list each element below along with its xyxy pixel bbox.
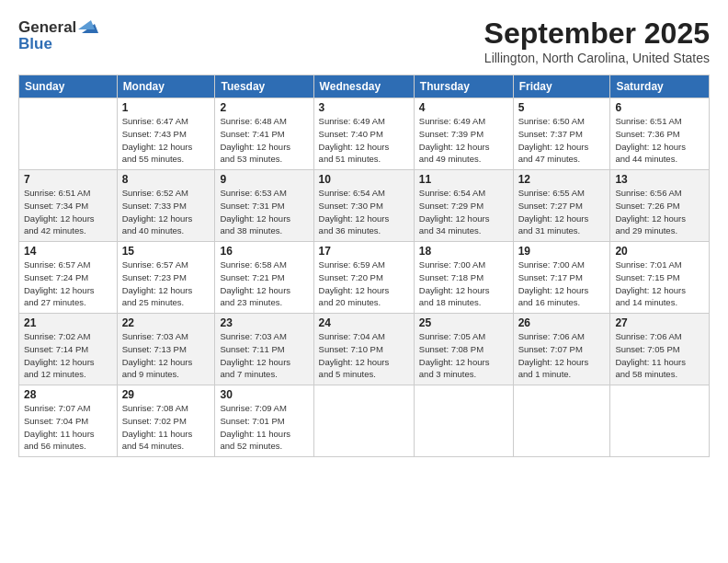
calendar-cell: 18Sunrise: 7:00 AM Sunset: 7:18 PM Dayli… (414, 242, 513, 314)
day-number: 27 (615, 316, 704, 329)
day-number: 12 (518, 173, 606, 186)
calendar-cell: 13Sunrise: 6:56 AM Sunset: 7:26 PM Dayli… (610, 170, 710, 242)
calendar-cell: 20Sunrise: 7:01 AM Sunset: 7:15 PM Dayli… (610, 242, 710, 314)
day-number: 28 (24, 388, 112, 401)
day-info: Sunrise: 6:51 AM Sunset: 7:36 PM Dayligh… (615, 115, 704, 166)
calendar-cell: 23Sunrise: 7:03 AM Sunset: 7:11 PM Dayli… (215, 314, 313, 385)
day-number: 26 (518, 316, 606, 329)
calendar-cell: 7Sunrise: 6:51 AM Sunset: 7:34 PM Daylig… (19, 170, 118, 242)
calendar-cell: 22Sunrise: 7:03 AM Sunset: 7:13 PM Dayli… (117, 314, 215, 385)
title-block: September 2025 Lillington, North Carolin… (484, 17, 710, 65)
calendar-cell: 11Sunrise: 6:54 AM Sunset: 7:29 PM Dayli… (414, 170, 513, 242)
location: Lillington, North Carolina, United State… (484, 51, 710, 65)
calendar-cell: 17Sunrise: 6:59 AM Sunset: 7:20 PM Dayli… (313, 242, 414, 314)
calendar-cell: 19Sunrise: 7:00 AM Sunset: 7:17 PM Dayli… (513, 242, 610, 314)
col-header-saturday: Saturday (610, 75, 710, 98)
day-info: Sunrise: 6:56 AM Sunset: 7:26 PM Dayligh… (615, 187, 704, 237)
day-info: Sunrise: 7:06 AM Sunset: 7:05 PM Dayligh… (615, 330, 704, 381)
day-info: Sunrise: 7:04 AM Sunset: 7:10 PM Dayligh… (319, 330, 409, 381)
day-number: 29 (122, 388, 210, 401)
calendar-cell (313, 385, 414, 457)
header: General Blue September 2025 Lillington, … (18, 17, 710, 65)
day-number: 15 (122, 245, 210, 258)
day-info: Sunrise: 6:53 AM Sunset: 7:31 PM Dayligh… (220, 187, 308, 237)
calendar-cell: 6Sunrise: 6:51 AM Sunset: 7:36 PM Daylig… (610, 98, 710, 170)
calendar-cell: 21Sunrise: 7:02 AM Sunset: 7:14 PM Dayli… (19, 314, 118, 385)
day-number: 4 (419, 101, 508, 114)
logo-blue: Blue (18, 35, 98, 53)
day-info: Sunrise: 6:55 AM Sunset: 7:27 PM Dayligh… (518, 187, 606, 237)
day-info: Sunrise: 6:49 AM Sunset: 7:39 PM Dayligh… (419, 115, 508, 166)
calendar-cell: 26Sunrise: 7:06 AM Sunset: 7:07 PM Dayli… (513, 314, 610, 385)
day-number: 14 (24, 245, 112, 258)
calendar-page: General Blue September 2025 Lillington, … (0, 0, 728, 563)
day-number: 21 (24, 316, 112, 329)
calendar-cell (19, 98, 118, 170)
day-info: Sunrise: 6:57 AM Sunset: 7:24 PM Dayligh… (24, 259, 112, 309)
day-info: Sunrise: 6:54 AM Sunset: 7:29 PM Dayligh… (419, 187, 508, 237)
day-info: Sunrise: 7:00 AM Sunset: 7:17 PM Dayligh… (518, 259, 606, 309)
day-info: Sunrise: 7:03 AM Sunset: 7:13 PM Dayligh… (122, 330, 210, 381)
calendar-cell: 28Sunrise: 7:07 AM Sunset: 7:04 PM Dayli… (19, 385, 118, 457)
calendar-cell: 3Sunrise: 6:49 AM Sunset: 7:40 PM Daylig… (313, 98, 414, 170)
col-header-thursday: Thursday (414, 75, 513, 98)
day-info: Sunrise: 6:52 AM Sunset: 7:33 PM Dayligh… (122, 187, 210, 237)
logo-icon (78, 17, 98, 37)
logo: General Blue (18, 17, 98, 53)
day-number: 6 (615, 101, 704, 114)
calendar-cell: 15Sunrise: 6:57 AM Sunset: 7:23 PM Dayli… (117, 242, 215, 314)
day-number: 17 (319, 245, 409, 258)
day-info: Sunrise: 7:00 AM Sunset: 7:18 PM Dayligh… (419, 259, 508, 309)
col-header-sunday: Sunday (19, 75, 118, 98)
day-number: 8 (122, 173, 210, 186)
day-number: 2 (220, 101, 308, 114)
col-header-monday: Monday (117, 75, 215, 98)
day-info: Sunrise: 6:57 AM Sunset: 7:23 PM Dayligh… (122, 259, 210, 309)
calendar-cell: 30Sunrise: 7:09 AM Sunset: 7:01 PM Dayli… (215, 385, 313, 457)
calendar-cell: 10Sunrise: 6:54 AM Sunset: 7:30 PM Dayli… (313, 170, 414, 242)
day-number: 23 (220, 316, 308, 329)
col-header-wednesday: Wednesday (313, 75, 414, 98)
day-number: 10 (319, 173, 409, 186)
day-info: Sunrise: 6:58 AM Sunset: 7:21 PM Dayligh… (220, 259, 308, 309)
day-number: 13 (615, 173, 704, 186)
day-number: 7 (24, 173, 112, 186)
day-info: Sunrise: 7:03 AM Sunset: 7:11 PM Dayligh… (220, 330, 308, 381)
day-info: Sunrise: 6:49 AM Sunset: 7:40 PM Dayligh… (319, 115, 409, 166)
month-title: September 2025 (484, 17, 710, 51)
calendar-cell (414, 385, 513, 457)
calendar-cell: 27Sunrise: 7:06 AM Sunset: 7:05 PM Dayli… (610, 314, 710, 385)
day-number: 9 (220, 173, 308, 186)
day-info: Sunrise: 6:59 AM Sunset: 7:20 PM Dayligh… (319, 259, 409, 309)
day-info: Sunrise: 7:05 AM Sunset: 7:08 PM Dayligh… (419, 330, 508, 381)
day-info: Sunrise: 6:48 AM Sunset: 7:41 PM Dayligh… (220, 115, 308, 166)
calendar-cell: 16Sunrise: 6:58 AM Sunset: 7:21 PM Dayli… (215, 242, 313, 314)
day-number: 18 (419, 245, 508, 258)
calendar-cell: 9Sunrise: 6:53 AM Sunset: 7:31 PM Daylig… (215, 170, 313, 242)
day-info: Sunrise: 7:09 AM Sunset: 7:01 PM Dayligh… (220, 402, 308, 453)
calendar-cell: 29Sunrise: 7:08 AM Sunset: 7:02 PM Dayli… (117, 385, 215, 457)
svg-marker-1 (78, 20, 95, 29)
day-info: Sunrise: 7:08 AM Sunset: 7:02 PM Dayligh… (122, 402, 210, 453)
day-number: 30 (220, 388, 308, 401)
day-info: Sunrise: 7:02 AM Sunset: 7:14 PM Dayligh… (24, 330, 112, 381)
day-info: Sunrise: 7:07 AM Sunset: 7:04 PM Dayligh… (24, 402, 112, 453)
day-number: 22 (122, 316, 210, 329)
day-info: Sunrise: 6:51 AM Sunset: 7:34 PM Dayligh… (24, 187, 112, 237)
calendar-cell: 14Sunrise: 6:57 AM Sunset: 7:24 PM Dayli… (19, 242, 118, 314)
calendar-table: SundayMondayTuesdayWednesdayThursdayFrid… (18, 75, 710, 457)
col-header-tuesday: Tuesday (215, 75, 313, 98)
day-info: Sunrise: 6:50 AM Sunset: 7:37 PM Dayligh… (518, 115, 606, 166)
day-number: 11 (419, 173, 508, 186)
col-header-friday: Friday (513, 75, 610, 98)
day-number: 24 (319, 316, 409, 329)
day-number: 16 (220, 245, 308, 258)
calendar-cell: 25Sunrise: 7:05 AM Sunset: 7:08 PM Dayli… (414, 314, 513, 385)
calendar-cell: 4Sunrise: 6:49 AM Sunset: 7:39 PM Daylig… (414, 98, 513, 170)
logo-general: General (18, 18, 76, 37)
day-number: 20 (615, 245, 704, 258)
day-info: Sunrise: 6:54 AM Sunset: 7:30 PM Dayligh… (319, 187, 409, 237)
day-number: 3 (319, 101, 409, 114)
day-info: Sunrise: 7:01 AM Sunset: 7:15 PM Dayligh… (615, 259, 704, 309)
calendar-cell: 5Sunrise: 6:50 AM Sunset: 7:37 PM Daylig… (513, 98, 610, 170)
